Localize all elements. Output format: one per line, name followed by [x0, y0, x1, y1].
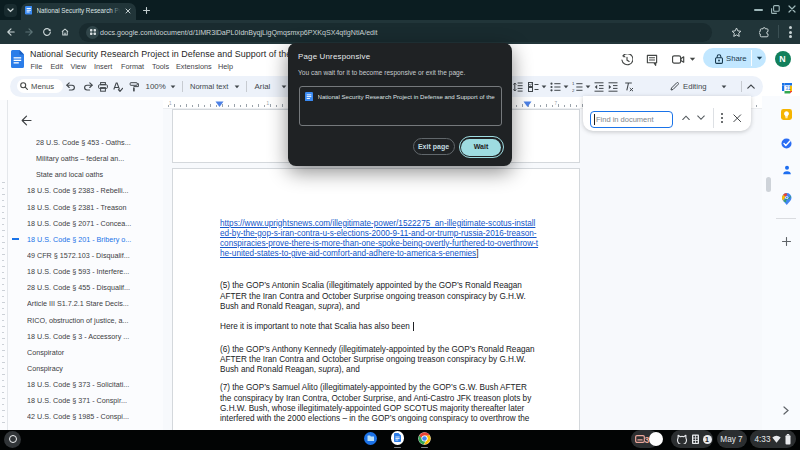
svg-text:2: 2	[572, 87, 575, 91]
svg-text:31: 31	[785, 86, 791, 91]
svg-text:1: 1	[572, 82, 575, 86]
